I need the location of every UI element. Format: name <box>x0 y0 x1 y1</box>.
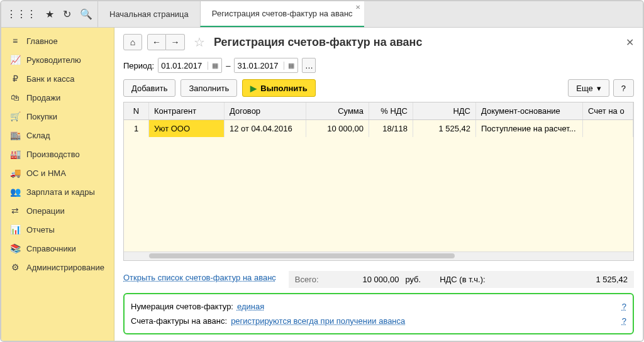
home-button[interactable]: ⌂ <box>123 34 142 50</box>
date-to-field[interactable] <box>235 58 284 72</box>
sidebar-item-operations[interactable]: ⇄Операции <box>1 201 114 220</box>
button-label: Еще <box>576 84 592 93</box>
forward-button[interactable]: → <box>166 34 185 50</box>
close-icon[interactable]: ✕ <box>355 4 360 11</box>
history-icon[interactable]: ↻ <box>63 8 71 20</box>
cell-contract: 12 от 04.04.2016 <box>225 120 306 137</box>
run-button[interactable]: ▶Выполнить <box>242 79 315 97</box>
bag-icon: 🛍 <box>10 92 20 102</box>
cell-sum: 10 000,00 <box>306 120 369 137</box>
sidebar-item-warehouse[interactable]: 🏬Склад <box>1 126 114 145</box>
advance-link[interactable]: регистрируются всегда при получении аван… <box>231 316 405 326</box>
numbering-link[interactable]: единая <box>237 302 264 311</box>
col-header-acc[interactable]: Счет на о <box>583 102 633 119</box>
help-link[interactable]: ? <box>622 302 626 311</box>
col-header-doc[interactable]: Документ-основание <box>476 102 583 119</box>
period-label: Период: <box>123 61 154 70</box>
people-icon: 👥 <box>10 187 20 197</box>
tab-home[interactable]: Начальная страница <box>97 1 200 27</box>
tab-label: Начальная страница <box>109 9 189 19</box>
date-from-field[interactable] <box>158 58 208 72</box>
sidebar-item-production[interactable]: 🏭Производство <box>1 145 114 163</box>
sidebar-item-label: Отчеты <box>26 225 55 234</box>
button-label: Выполнить <box>260 84 307 93</box>
calendar-icon[interactable]: ▦ <box>284 62 297 70</box>
button-label: Добавить <box>131 84 167 93</box>
sidebar-item-label: Производство <box>26 150 80 159</box>
col-header-n[interactable]: N <box>124 102 149 119</box>
calendar-icon[interactable]: ▦ <box>208 62 221 70</box>
sidebar-item-label: Зарплата и кадры <box>26 187 95 197</box>
period-picker-button[interactable]: … <box>302 58 316 73</box>
sidebar-item-label: Руководителю <box>26 55 81 65</box>
sidebar-item-purchases[interactable]: 🛒Покупки <box>1 107 114 126</box>
totals-vat: 1 525,42 <box>596 275 628 284</box>
topbar: ⋮⋮⋮ ★ ↻ 🔍 Начальная страница Регистрация… <box>1 1 643 28</box>
bars-icon: 📊 <box>10 224 20 234</box>
sidebar-item-manager[interactable]: 📈Руководителю <box>1 50 114 69</box>
sidebar-item-assets[interactable]: 🚚ОС и НМА <box>1 163 114 182</box>
sidebar-item-label: Покупки <box>26 112 57 121</box>
table-header: N Контрагент Договор Сумма % НДС НДС Док… <box>124 102 633 120</box>
topbar-icons: ⋮⋮⋮ ★ ↻ 🔍 <box>1 1 97 27</box>
col-header-vat[interactable]: НДС <box>413 102 476 119</box>
totals-vat-label: НДС (в т.ч.): <box>440 275 486 284</box>
col-header-agent[interactable]: Контрагент <box>149 102 225 119</box>
col-header-sum[interactable]: Сумма <box>306 102 369 119</box>
button-label: Заполнить <box>189 84 229 93</box>
date-to-input[interactable]: ▦ <box>234 58 298 73</box>
chevron-down-icon: ▾ <box>597 84 601 93</box>
open-invoice-list-link[interactable]: Открыть список счетов-фактур на аванс <box>123 273 276 282</box>
data-table: N Контрагент Договор Сумма % НДС НДС Док… <box>123 102 634 261</box>
sidebar-item-label: Продажи <box>26 93 60 102</box>
sidebar-item-admin[interactable]: ⚙Администрирование <box>1 258 114 277</box>
sidebar-item-main[interactable]: ≡Главное <box>1 31 114 50</box>
horizontal-scrollbar[interactable] <box>124 251 633 260</box>
cell-vat: 1 525,42 <box>413 120 476 137</box>
sidebar-item-label: ОС и НМА <box>26 168 66 178</box>
swap-icon: ⇄ <box>10 206 20 216</box>
truck-icon: 🚚 <box>10 168 20 178</box>
sidebar-item-reports[interactable]: 📊Отчеты <box>1 220 114 239</box>
sidebar-item-label: Администрирование <box>26 263 104 272</box>
col-header-vatpct[interactable]: % НДС <box>369 102 413 119</box>
search-icon[interactable]: 🔍 <box>80 8 92 20</box>
gear-icon: ⚙ <box>10 262 20 272</box>
tab-registration[interactable]: Регистрация счетов-фактур на аванс ✕ <box>200 1 364 27</box>
col-header-contract[interactable]: Договор <box>225 102 306 119</box>
content: ⌂ ← → ☆ Регистрация счетов-фактур на ава… <box>114 28 643 341</box>
table-row[interactable]: 1 Уют ООО 12 от 04.04.2016 10 000,00 18/… <box>124 120 633 137</box>
cell-n: 1 <box>124 120 149 137</box>
cell-agent[interactable]: Уют ООО <box>149 120 225 137</box>
books-icon: 📚 <box>10 243 20 253</box>
apps-icon[interactable]: ⋮⋮⋮ <box>6 8 36 20</box>
sidebar-item-payroll[interactable]: 👥Зарплата и кадры <box>1 182 114 201</box>
ruble-icon: ₽ <box>10 74 20 84</box>
tab-label: Регистрация счетов-фактур на аванс <box>212 9 353 18</box>
numbering-label: Нумерация счетов-фактур: <box>131 302 233 311</box>
star-icon[interactable]: ★ <box>45 8 54 20</box>
cell-acc <box>583 120 633 137</box>
sidebar-item-sales[interactable]: 🛍Продажи <box>1 88 114 107</box>
favorite-icon[interactable]: ☆ <box>194 35 205 50</box>
help-link[interactable]: ? <box>622 316 626 326</box>
cart-icon: 🛒 <box>10 111 20 121</box>
totals-label: Всего: <box>295 275 319 284</box>
back-button[interactable]: ← <box>147 34 166 50</box>
sidebar-item-bank[interactable]: ₽Банк и касса <box>1 69 114 88</box>
cell-vatpct: 18/118 <box>369 120 413 137</box>
sidebar-item-catalogs[interactable]: 📚Справочники <box>1 239 114 258</box>
date-from-input[interactable]: ▦ <box>158 58 222 73</box>
menu-icon: ≡ <box>10 36 20 46</box>
cell-doc: Поступление на расчет... <box>476 120 583 137</box>
settings-box: Нумерация счетов-фактур: единая ? Счета-… <box>123 293 634 334</box>
page-title: Регистрация счетов-фактур на аванс <box>214 36 422 49</box>
help-button[interactable]: ? <box>613 79 634 97</box>
date-separator: – <box>226 61 230 70</box>
totals-currency: руб. <box>405 275 421 284</box>
fill-button[interactable]: Заполнить <box>180 79 237 97</box>
more-button[interactable]: Еще ▾ <box>568 79 609 97</box>
close-button[interactable]: ✕ <box>626 36 634 48</box>
sidebar-item-label: Главное <box>26 36 58 46</box>
add-button[interactable]: Добавить <box>123 79 175 97</box>
